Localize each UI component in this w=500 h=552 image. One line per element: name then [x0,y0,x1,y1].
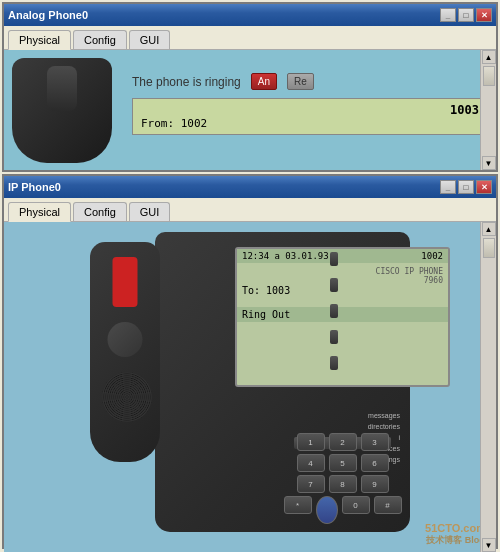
keypad-row-1: 1 2 3 [235,433,450,451]
analog-lcd: 1003 From: 1002 [132,98,488,135]
scroll-up[interactable]: ▲ [482,50,496,64]
analog-phone-window: Analog Phone0 _ □ ✕ Physical Config GUI … [2,2,498,172]
tab-gui-w1[interactable]: GUI [129,30,171,49]
window1-title: Analog Phone0 [8,9,88,21]
maximize-button-w2[interactable]: □ [458,180,474,194]
ip-lcd-header: 12:34 a 03.01.93 1002 [237,249,448,263]
maximize-button[interactable]: □ [458,8,474,22]
ringing-row: The phone is ringing An Re [132,73,488,90]
window1-titlebar: Analog Phone0 _ □ ✕ [4,4,496,26]
func-directories: directories [345,423,400,430]
window2-tab-bar: Physical Config GUI [4,198,496,222]
ip-handset [90,242,160,462]
window2-titlebar: IP Phone0 _ □ ✕ [4,176,496,198]
tab-config-w2[interactable]: Config [73,202,127,221]
ip-lcd-screen: 12:34 a 03.01.93 1002 CISCO IP PHONE 796… [235,247,450,387]
side-btn-3[interactable] [330,304,338,318]
answer-button[interactable]: Re [287,73,314,90]
tab-gui-w2[interactable]: GUI [129,202,171,221]
ip-phone-main: 12:34 a 03.01.93 1002 CISCO IP PHONE 796… [155,232,410,532]
tab-physical-w1[interactable]: Physical [8,30,71,50]
key-5[interactable]: 5 [329,454,357,472]
watermark-line1: 51CTO.com [425,522,486,534]
lcd-brand: CISCO IP PHONE 7960 [242,267,443,285]
key-star[interactable]: * [284,496,312,514]
lcd-to: To: 1003 [242,285,290,296]
window2-title: IP Phone0 [8,181,61,193]
phone-info-panel: The phone is ringing An Re 1003 From: 10… [132,73,488,135]
window1-scrollbar[interactable]: ▲ ▼ [480,50,496,170]
lcd-time: 12:34 a 03.01.93 [242,251,329,261]
window2-content: 12:34 a 03.01.93 1002 CISCO IP PHONE 796… [4,222,496,552]
window1-content: The phone is ringing An Re 1003 From: 10… [4,50,496,170]
side-btn-1[interactable] [330,252,338,266]
close-button-w2[interactable]: ✕ [476,180,492,194]
window2-scrollbar[interactable]: ▲ ▼ [480,222,496,552]
lcd-from: From: 1002 [141,117,479,130]
keypad-row-4: * 0 # [235,496,450,524]
key-4[interactable]: 4 [297,454,325,472]
keypad: 1 2 3 4 5 6 7 8 9 * [235,433,450,527]
window2-controls: _ □ ✕ [440,180,492,194]
keypad-row-2: 4 5 6 [235,454,450,472]
key-8[interactable]: 8 [329,475,357,493]
window1-tab-bar: Physical Config GUI [4,26,496,50]
lcd-number: 1003 [141,103,479,117]
func-messages: messages [345,412,400,419]
keypad-row-3: 7 8 9 [235,475,450,493]
key-6[interactable]: 6 [361,454,389,472]
ip-lcd-body: CISCO IP PHONE 7960 To: 1003 [237,263,448,302]
minimize-button-w2[interactable]: _ [440,180,456,194]
window1-controls: _ □ ✕ [440,8,492,22]
lcd-to-row: To: 1003 [242,285,443,296]
side-btn-2[interactable] [330,278,338,292]
key-nav[interactable] [316,496,338,524]
scroll-up-w2[interactable]: ▲ [482,222,496,236]
key-7[interactable]: 7 [297,475,325,493]
side-btn-4[interactable] [330,330,338,344]
key-9[interactable]: 9 [361,475,389,493]
tab-physical-w2[interactable]: Physical [8,202,71,222]
key-3[interactable]: 3 [361,433,389,451]
speaker-grille [102,372,152,422]
scroll-thumb-w2[interactable] [483,238,495,258]
analog-handset [12,58,112,163]
side-buttons [330,252,338,370]
scroll-down[interactable]: ▼ [482,156,496,170]
watermark: 51CTO.com 技术博客 Blog [425,522,486,547]
close-button[interactable]: ✕ [476,8,492,22]
side-btn-5[interactable] [330,356,338,370]
key-1[interactable]: 1 [297,433,325,451]
lcd-ext: 1002 [421,251,443,261]
minimize-button[interactable]: _ [440,8,456,22]
lcd-status: Ring Out [237,307,448,322]
watermark-line2: 技术博客 Blog [425,534,486,547]
scroll-down-w2[interactable]: ▼ [482,538,496,552]
ip-phone-window: IP Phone0 _ □ ✕ Physical Config GUI 12:3… [2,174,498,549]
ringing-text: The phone is ringing [132,75,241,89]
tab-config-w1[interactable]: Config [73,30,127,49]
scroll-thumb[interactable] [483,66,495,86]
key-hash[interactable]: # [374,496,402,514]
key-2[interactable]: 2 [329,433,357,451]
key-0[interactable]: 0 [342,496,370,514]
reject-button[interactable]: An [251,73,277,90]
ip-phone-body: 12:34 a 03.01.93 1002 CISCO IP PHONE 796… [90,232,410,542]
